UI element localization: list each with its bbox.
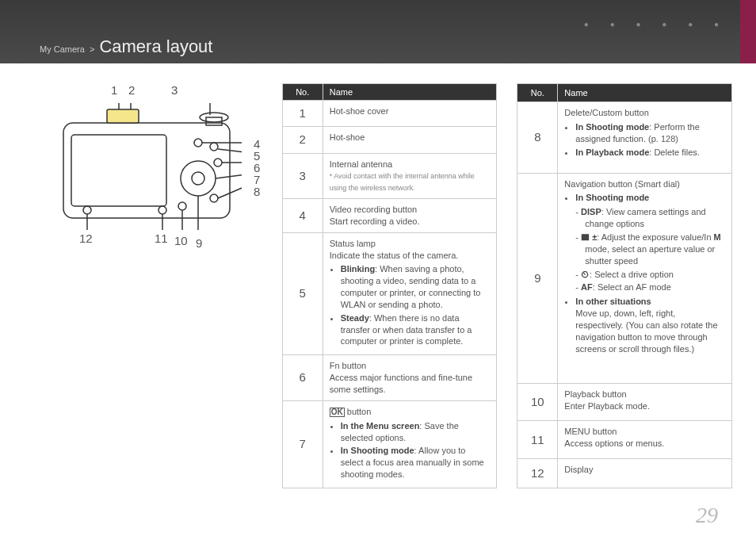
- diagram-label-10: 10: [174, 234, 188, 247]
- header-dots: ● ● ● ● ● ●: [584, 20, 728, 29]
- cell-name: MENU buttonAccess options or menus.: [558, 421, 732, 458]
- breadcrumb: My Camera > Camera layout: [40, 36, 212, 57]
- cell-name: Playback buttonEnter Playback mode.: [558, 384, 732, 421]
- table-row: 3Internal antenna* Avoid contact with th…: [282, 153, 497, 199]
- cell-no: 3: [282, 153, 323, 199]
- svg-point-10: [210, 194, 218, 202]
- cell-no: 6: [282, 355, 323, 401]
- th-no: No.: [517, 84, 558, 102]
- diagram-label-11: 11: [155, 232, 168, 245]
- cell-no: 12: [517, 458, 558, 488]
- camera-illustration: [59, 103, 242, 238]
- svg-line-20: [216, 174, 242, 178]
- cell-name: Display: [558, 458, 732, 488]
- diagram-label-12: 12: [79, 232, 93, 245]
- cell-name: Hot-shoe cover: [323, 101, 497, 127]
- cell-name: Delete/Custom buttonIn Shooting mode: Pe…: [558, 102, 732, 173]
- table-row: 8Delete/Custom buttonIn Shooting mode: P…: [517, 102, 732, 173]
- page-number: 29: [696, 503, 718, 528]
- table-row: 12Display: [517, 458, 732, 488]
- diagram-label-1: 1: [111, 83, 117, 97]
- cell-name: Fn buttonAccess major functions and fine…: [323, 355, 497, 401]
- page-header: ● ● ● ● ● ● My Camera > Camera layout: [0, 0, 756, 63]
- svg-point-9: [214, 159, 222, 167]
- table-row: 1Hot-shoe cover: [282, 101, 497, 127]
- cell-name: Video recording buttonStart recording a …: [323, 199, 497, 233]
- diagram-label-9: 9: [196, 236, 202, 250]
- svg-rect-2: [107, 109, 139, 123]
- svg-rect-0: [63, 123, 230, 218]
- th-name: Name: [323, 84, 497, 101]
- cell-no: 8: [517, 102, 558, 173]
- parts-table-right: No.Name 8Delete/Custom buttonIn Shooting…: [517, 83, 732, 488]
- cell-no: 7: [282, 400, 323, 488]
- table-row: 6Fn buttonAccess major functions and fin…: [282, 355, 497, 401]
- svg-point-7: [194, 139, 202, 147]
- diagram-label-3: 3: [171, 83, 178, 97]
- cell-name: Status lampIndicate the status of the ca…: [323, 232, 497, 355]
- cell-name: Hot-shoe: [323, 127, 497, 153]
- diagram-label-2: 2: [128, 83, 135, 97]
- table-row: 4Video recording buttonStart recording a…: [282, 199, 497, 233]
- cell-no: 10: [517, 384, 558, 421]
- cell-name: Navigation button (Smart dial)In Shootin…: [558, 173, 732, 383]
- breadcrumb-section: My Camera: [40, 44, 85, 54]
- table-row: 7OK buttonIn the Menu screen: Save the s…: [282, 400, 497, 488]
- svg-point-8: [210, 143, 218, 151]
- cell-no: 9: [517, 173, 558, 383]
- table-row: 2Hot-shoe: [282, 127, 497, 153]
- svg-point-6: [192, 172, 204, 185]
- table-row: 5Status lampIndicate the status of the c…: [282, 232, 497, 355]
- cell-no: 2: [282, 127, 323, 153]
- page: ● ● ● ● ● ● My Camera > Camera layout: [0, 0, 756, 536]
- svg-rect-1: [71, 135, 166, 206]
- cell-no: 1: [282, 101, 323, 127]
- accent-bar: [740, 0, 756, 63]
- breadcrumb-title: Camera layout: [99, 36, 212, 56]
- table-row: 9Navigation button (Smart dial)In Shooti…: [517, 173, 732, 383]
- cell-no: 4: [282, 199, 323, 233]
- cell-name: OK buttonIn the Menu screen: Save the se…: [323, 400, 497, 488]
- svg-point-12: [158, 206, 166, 214]
- svg-point-13: [83, 206, 91, 214]
- th-name: Name: [558, 84, 732, 102]
- parts-table-left: No.Name 1Hot-shoe cover2Hot-shoe3Interna…: [282, 83, 498, 488]
- cell-name: Internal antenna* Avoid contact with the…: [323, 153, 497, 199]
- th-no: No.: [282, 84, 323, 101]
- cell-no: 11: [517, 421, 558, 458]
- svg-point-11: [178, 202, 186, 210]
- cell-no: 5: [282, 232, 323, 355]
- body: 1 2 3 4 5 6 7 8 9 10 11 12 No.Name 1Hot-…: [0, 63, 756, 488]
- camera-diagram: 1 2 3 4 5 6 7 8 9 10 11 12: [24, 83, 262, 488]
- table-row: 10Playback buttonEnter Playback mode.: [517, 384, 732, 421]
- breadcrumb-sep: >: [90, 44, 94, 54]
- diagram-label-8: 8: [254, 185, 260, 198]
- svg-point-5: [181, 161, 216, 196]
- table-row: 11MENU buttonAccess options or menus.: [517, 421, 732, 458]
